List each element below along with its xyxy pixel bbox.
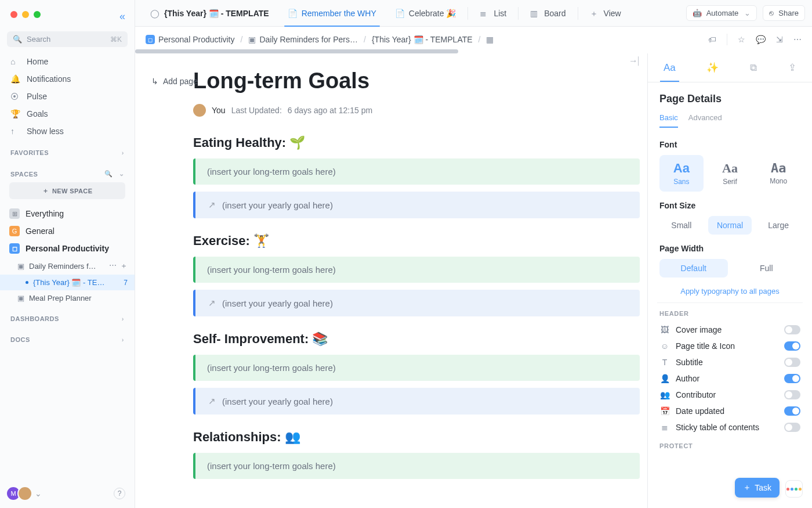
yearly-goal-block[interactable]: ↗ (insert your yearly goal here) xyxy=(193,388,640,415)
horizontal-scrollbar[interactable] xyxy=(135,49,458,53)
panel-tab-components[interactable]: ⧉ xyxy=(750,53,757,82)
add-icon[interactable]: ＋ xyxy=(120,261,128,271)
panel-tab-export[interactable]: ⇪ xyxy=(788,53,796,82)
tab-board[interactable]: ▥ Board xyxy=(522,0,574,27)
collapse-panel-icon[interactable]: →⎸ xyxy=(629,56,646,66)
yearly-goal-block[interactable]: ↗ (insert your yearly goal here) xyxy=(193,192,640,218)
page-title[interactable]: Long-term Goals xyxy=(193,69,640,93)
space-everything[interactable]: ⊞ Everything xyxy=(0,205,135,222)
caret-icon[interactable]: ↗ xyxy=(207,298,216,308)
switch-cover[interactable] xyxy=(784,325,800,334)
star-icon[interactable]: ☆ xyxy=(738,35,745,44)
tab-add-view[interactable]: ＋ View xyxy=(582,0,629,27)
switch-subtitle[interactable] xyxy=(784,358,800,367)
tab-remember[interactable]: 📄 Remember the WHY xyxy=(280,0,385,27)
share-button[interactable]: ⎋ Share xyxy=(763,5,805,21)
longterm-goal-block[interactable]: (insert your long-term goals here) xyxy=(193,158,640,185)
nav-showless-label: Show less xyxy=(27,127,64,136)
longterm-goal-block[interactable]: (insert your long-term goals here) xyxy=(193,355,640,381)
page-this-year[interactable]: {This Year} 🗓️ - TE… 7 xyxy=(0,275,135,290)
panel-tab-ai[interactable]: ✨ xyxy=(706,53,719,82)
switch-contributor[interactable] xyxy=(784,390,800,399)
separator xyxy=(578,7,578,20)
space-general[interactable]: G General xyxy=(0,222,135,240)
subtab-basic[interactable]: Basic xyxy=(659,113,678,128)
section-heading[interactable]: Eating Healthy: 🌱 xyxy=(193,135,640,150)
chevron-down-icon[interactable]: ⌄ xyxy=(35,489,42,498)
apply-typography-link[interactable]: Apply typography to all pages xyxy=(659,287,800,296)
avatar-stack[interactable]: M xyxy=(9,486,32,501)
section-docs[interactable]: DOCS › xyxy=(0,327,135,348)
switch-author[interactable] xyxy=(784,374,800,383)
traffic-max[interactable] xyxy=(34,11,41,18)
nav-show-less[interactable]: ↑Show less xyxy=(3,123,131,140)
longterm-goal-block[interactable]: (insert your long-term goals here) xyxy=(193,257,640,283)
nav-notifications[interactable]: 🔔Notifications xyxy=(3,70,131,88)
switch-title-icon[interactable] xyxy=(784,341,800,351)
subtab-advanced[interactable]: Advanced xyxy=(688,113,722,128)
new-space-label: NEW SPACE xyxy=(52,188,92,194)
size-large[interactable]: Large xyxy=(756,216,800,235)
chevron-right-icon: › xyxy=(122,149,124,156)
help-icon[interactable]: ? xyxy=(114,488,125,499)
more-icon[interactable]: ⋯ xyxy=(793,35,802,44)
tab-celebrate-label: Celebrate 🎉 xyxy=(409,9,456,18)
author-label[interactable]: You xyxy=(212,106,226,115)
new-task-button[interactable]: ＋ Task xyxy=(735,478,780,498)
longterm-goal-block[interactable]: (insert your long-term goals here) xyxy=(193,453,640,479)
search-input[interactable]: 🔍 Search ⌘K xyxy=(7,31,128,47)
width-default[interactable]: Default xyxy=(659,259,728,278)
add-page-button[interactable]: ↳ Add page xyxy=(146,73,204,89)
font-mono[interactable]: AaMono xyxy=(756,155,800,192)
size-small[interactable]: Small xyxy=(659,216,704,235)
section-heading[interactable]: Exercise: 🏋️ xyxy=(193,233,640,248)
folder-daily-reminders[interactable]: ▣ Daily Reminders f… ⋯ ＋ xyxy=(0,257,135,275)
tag-icon[interactable]: 🏷 xyxy=(708,35,716,44)
apps-button[interactable] xyxy=(785,480,803,498)
person-icon: 👤 xyxy=(659,374,670,383)
crumb-space[interactable]: ◻ Personal Productivity xyxy=(146,35,235,44)
toggle-title-label: Page title & Icon xyxy=(676,341,735,351)
crumb-folder[interactable]: ▣ Daily Reminders for Pers… xyxy=(248,35,358,44)
space-icon: ◻ xyxy=(146,35,155,44)
nav-home[interactable]: ⌂Home xyxy=(3,53,131,70)
caret-icon[interactable]: ↗ xyxy=(207,200,216,210)
new-space-button[interactable]: ＋ NEW SPACE xyxy=(9,182,125,199)
nav-notifications-label: Notifications xyxy=(27,74,71,84)
nav-pulse[interactable]: ⦿Pulse xyxy=(3,88,131,105)
search-icon[interactable]: 🔍 xyxy=(104,170,113,178)
download-icon[interactable]: ⇲ xyxy=(776,35,783,44)
tab-list[interactable]: ≣ List xyxy=(472,0,514,27)
tab-current-page[interactable]: ◯ {This Year} 🗓️ - TEMPLATE xyxy=(142,0,277,27)
folder-icon: ▣ xyxy=(17,262,24,271)
automate-button[interactable]: 🤖 Automate ⌄ xyxy=(686,5,757,21)
width-full[interactable]: Full xyxy=(733,259,801,278)
space-personal-productivity[interactable]: ◻ Personal Productivity xyxy=(0,240,135,257)
font-sans[interactable]: AaSans xyxy=(659,155,704,192)
section-heading[interactable]: Relationships: 👥 xyxy=(193,430,640,445)
switch-date[interactable] xyxy=(784,406,800,416)
switch-toc[interactable] xyxy=(784,423,800,432)
caret-icon[interactable]: ↗ xyxy=(207,396,216,406)
docs-label: DOCS xyxy=(10,336,30,343)
section-dashboards[interactable]: DASHBOARDS › xyxy=(0,306,135,327)
crumb-page[interactable]: {This Year} 🗓️ - TEMPLATE xyxy=(372,35,473,44)
panel-tab-typography[interactable]: Aa xyxy=(664,53,676,82)
chevron-down-icon[interactable]: ⌄ xyxy=(119,170,125,178)
nav-goals[interactable]: 🏆Goals xyxy=(3,105,131,123)
section-spaces[interactable]: SPACES 🔍 ⌄ xyxy=(0,161,135,182)
yearly-goal-block[interactable]: ↗ (insert your yearly goal here) xyxy=(193,290,640,316)
traffic-min[interactable] xyxy=(22,11,29,18)
tab-celebrate[interactable]: 📄 Celebrate 🎉 xyxy=(387,0,465,27)
picker-icon[interactable]: ▦ xyxy=(486,35,494,44)
size-normal[interactable]: Normal xyxy=(708,216,752,235)
section-heading[interactable]: Self- Improvement: 📚 xyxy=(193,332,640,347)
separator xyxy=(518,7,519,20)
comment-icon[interactable]: 💬 xyxy=(756,35,766,44)
collapse-sidebar-icon[interactable]: « xyxy=(119,11,126,18)
font-serif[interactable]: AaSerif xyxy=(708,155,752,192)
more-icon[interactable]: ⋯ xyxy=(109,261,117,271)
traffic-close[interactable] xyxy=(10,11,17,18)
section-favorites[interactable]: FAVORITES › xyxy=(0,140,135,161)
folder-meal-prep[interactable]: ▣ Meal Prep Planner xyxy=(0,290,135,306)
